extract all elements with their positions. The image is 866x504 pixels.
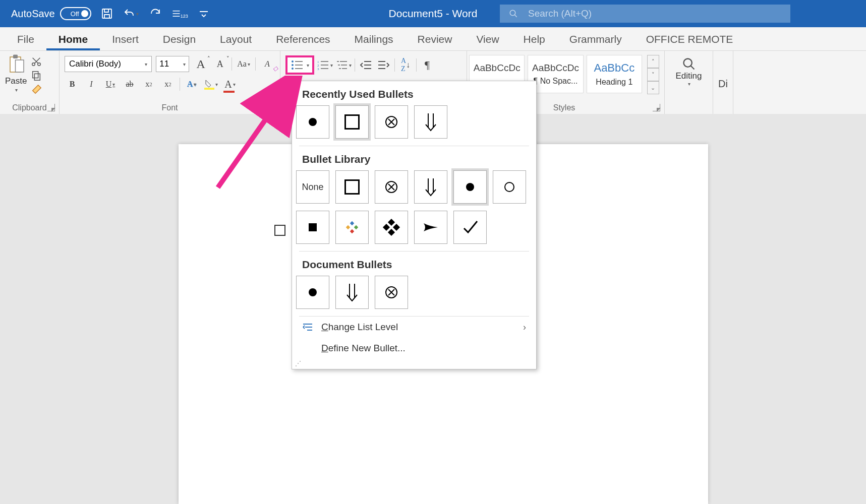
bullet-hollow-circle[interactable] <box>493 170 526 204</box>
bullet-double-down-arrow[interactable] <box>414 105 447 139</box>
svg-rect-26 <box>346 225 350 229</box>
tab-references[interactable]: References <box>264 29 342 50</box>
font-launcher-icon[interactable] <box>268 104 276 111</box>
line-spacing-quick-icon[interactable]: 123 <box>171 5 188 22</box>
bullets-button[interactable]: ▾ <box>285 55 314 75</box>
chevron-down-icon[interactable]: ˅ <box>647 68 659 81</box>
bullet-filled-circle[interactable] <box>453 170 487 204</box>
bullet-circled-x[interactable] <box>375 170 408 204</box>
clipboard-launcher-icon[interactable] <box>47 104 55 111</box>
highlight-button[interactable]: ▾ <box>203 77 218 92</box>
subscript-button[interactable]: x2 <box>141 77 156 92</box>
tab-view[interactable]: View <box>464 29 511 50</box>
tab-insert[interactable]: Insert <box>100 29 151 50</box>
tab-layout[interactable]: Layout <box>208 29 264 50</box>
shrink-font-button[interactable]: A˅ <box>212 56 227 72</box>
svg-rect-21 <box>321 68 328 69</box>
italic-button[interactable]: I <box>84 77 99 92</box>
strikethrough-button[interactable]: ab <box>122 77 137 92</box>
svg-point-14 <box>292 68 294 70</box>
checkbox-bullet-in-document <box>274 225 285 236</box>
styles-launcher-icon[interactable] <box>653 104 660 111</box>
bullet-hollow-square[interactable] <box>335 170 369 204</box>
bullet-circled-x[interactable] <box>375 276 408 309</box>
clipboard-icon <box>7 54 25 75</box>
chevron-up-icon[interactable]: ˄ <box>647 55 659 68</box>
svg-rect-13 <box>295 65 303 66</box>
font-size-combo[interactable]: 11▾ <box>156 56 189 72</box>
tab-design[interactable]: Design <box>151 29 208 50</box>
resize-gripper-icon[interactable]: ⋰ <box>295 360 533 367</box>
group-label-clipboard: Clipboard <box>5 103 54 113</box>
ribbon-tabs: File Home Insert Design Layout Reference… <box>0 27 866 51</box>
tab-review[interactable]: Review <box>406 29 465 50</box>
autosave-toggle[interactable]: Off <box>60 7 91 20</box>
format-painter-icon[interactable] <box>31 84 42 95</box>
define-new-bullet-item[interactable]: Define New Bullet... <box>292 338 536 359</box>
group-label-font: Font <box>65 103 275 113</box>
bullet-hollow-square[interactable] <box>335 105 369 139</box>
autosave-control[interactable]: AutoSave Off <box>11 7 91 20</box>
undo-icon[interactable]: ▾ <box>123 5 140 22</box>
svg-rect-3 <box>13 55 18 59</box>
bullet-none[interactable]: None <box>296 170 329 204</box>
collapsed-group[interactable]: Di <box>713 51 733 114</box>
bullet-double-down-arrow[interactable] <box>335 276 369 309</box>
cut-icon[interactable] <box>31 56 42 67</box>
superscript-button[interactable]: x2 <box>160 77 176 92</box>
repeat-icon[interactable] <box>147 5 164 22</box>
save-icon[interactable] <box>98 5 116 22</box>
bullet-filled-square[interactable] <box>296 211 329 244</box>
tab-office-remote[interactable]: OFFICE REMOTE <box>634 29 745 50</box>
show-marks-button[interactable]: ¶ <box>420 57 435 73</box>
bullet-arrowhead[interactable] <box>414 211 447 244</box>
bullet-four-color-diamond[interactable] <box>335 211 369 244</box>
style-heading-1[interactable]: AaBbCcHeading 1 <box>587 55 642 93</box>
decrease-indent-button[interactable] <box>358 57 373 73</box>
bullet-four-black-diamond[interactable] <box>375 211 408 244</box>
increase-indent-button[interactable] <box>376 57 391 73</box>
title-bar: AutoSave Off ▾ 123 Document5 - Word Sear… <box>0 0 866 27</box>
more-styles-icon[interactable]: ⌄ <box>647 81 659 94</box>
svg-point-22 <box>683 59 691 67</box>
multilevel-list-button[interactable]: ▾ <box>336 57 352 73</box>
search-icon <box>509 9 518 18</box>
font-color-button[interactable]: A▾ <box>222 77 238 92</box>
font-name-combo[interactable]: Calibri (Body)▾ <box>65 56 152 72</box>
bullet-checkmark[interactable] <box>453 211 487 244</box>
styles-gallery-nav[interactable]: ˄˅⌄ <box>647 55 659 94</box>
svg-text:3: 3 <box>317 67 319 70</box>
text-effects-button[interactable]: A▾ <box>184 77 199 92</box>
tab-mailings[interactable]: Mailings <box>342 29 406 50</box>
bullet-circled-x[interactable] <box>375 105 408 139</box>
copy-icon[interactable] <box>31 70 42 81</box>
bullet-filled-circle[interactable] <box>296 105 329 139</box>
change-list-level-item[interactable]: Change List Level › <box>292 317 536 338</box>
change-case-button[interactable]: Aa▾ <box>236 56 251 72</box>
paste-button[interactable]: Paste ▾ <box>5 54 27 95</box>
numbering-button[interactable]: 123▾ <box>317 57 333 73</box>
tab-grammarly[interactable]: Grammarly <box>557 29 634 50</box>
svg-rect-28 <box>350 229 354 233</box>
search-input[interactable]: Search (Alt+Q) <box>500 5 790 23</box>
chevron-right-icon: › <box>523 322 526 333</box>
svg-point-10 <box>292 60 294 62</box>
svg-rect-19 <box>321 65 328 66</box>
bold-button[interactable]: B <box>65 77 80 92</box>
customize-qat-icon[interactable] <box>195 5 212 22</box>
bullet-double-down-arrow[interactable] <box>414 170 447 204</box>
document-bullets-heading: Document Bullets <box>292 256 536 276</box>
clear-formatting-button[interactable]: A◇ <box>260 56 275 72</box>
tab-file[interactable]: File <box>5 29 46 50</box>
svg-point-12 <box>292 64 294 66</box>
bullet-library-heading: Bullet Library <box>292 150 536 170</box>
bullet-filled-circle[interactable] <box>296 276 329 309</box>
sort-button[interactable]: AZ↓ <box>398 57 413 73</box>
tab-home[interactable]: Home <box>46 29 100 50</box>
document-title: Document5 - Word <box>389 8 478 20</box>
underline-button[interactable]: U▾ <box>103 77 118 92</box>
svg-rect-4 <box>15 60 24 72</box>
tab-help[interactable]: Help <box>511 29 557 50</box>
grow-font-button[interactable]: A˄ <box>193 56 208 72</box>
editing-button[interactable]: Editing ▾ <box>670 54 708 90</box>
